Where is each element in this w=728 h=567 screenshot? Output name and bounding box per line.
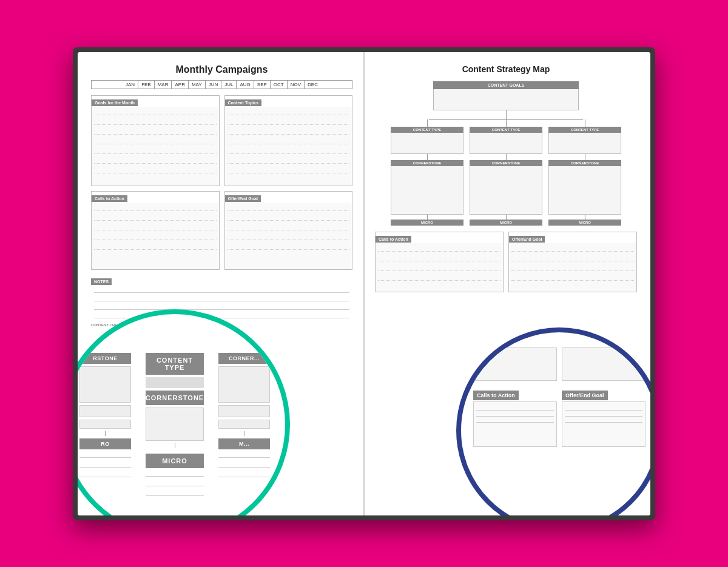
cta-content — [92, 203, 219, 269]
goals-section: Goals for the Month — [91, 95, 220, 186]
content-type-3: CONTENT TYPE — [548, 127, 621, 133]
notes-line-2 — [94, 295, 349, 301]
right-cta-label: Calls to Action — [376, 236, 411, 243]
content-type-1: CONTENT TYPE — [391, 127, 463, 133]
month-jan[interactable]: JAN — [123, 81, 138, 89]
notes-label: NOTES — [91, 278, 112, 285]
cta-label: Calls to Action — [92, 195, 127, 202]
book-inner: Monthly Campaigns JAN FEB MAR APR MAY JU… — [78, 52, 650, 515]
goals-line-5 — [94, 148, 217, 154]
cornerstone-3-content — [548, 166, 621, 215]
goals-line-6 — [94, 158, 217, 164]
strategy-map: CONTENT GOALS CONTENT TYPE CORNERSTONE — [375, 81, 637, 292]
month-jul[interactable]: JUL — [221, 81, 237, 89]
goals-label: Goals for the Month — [92, 99, 138, 106]
topics-line-1 — [228, 109, 350, 115]
offer-line-5 — [228, 244, 350, 250]
cornerstone-2-content — [470, 166, 542, 215]
blue-offer-label: Offer/End Goal — [562, 391, 608, 400]
content-type-3-content — [548, 133, 621, 154]
zoom-content-type-content — [146, 377, 204, 388]
micro-2: MICRO — [470, 220, 542, 226]
topics-line-3 — [228, 129, 350, 135]
cta-line-3 — [94, 224, 217, 230]
month-tabs: JAN FEB MAR APR MAY JUN JUL AUG SEP OCT … — [91, 80, 352, 89]
content-type-1-content — [391, 133, 463, 154]
offer-section: Offer/End Goal — [224, 191, 353, 270]
blue-cta-label: Calls to Action — [473, 391, 519, 400]
zoom-cornerstone: CORNERSTONE — [146, 391, 204, 405]
cornerstone-1-content — [391, 166, 463, 215]
goals-line-1 — [94, 109, 217, 115]
right-cta-content — [376, 243, 503, 292]
month-nov[interactable]: NOV — [288, 81, 305, 89]
content-goals-content — [433, 89, 579, 110]
right-offer-content — [509, 243, 636, 292]
topics-line-2 — [228, 119, 350, 125]
offer-label: Offer/End Goal — [225, 195, 261, 202]
month-mar[interactable]: MAR — [155, 81, 172, 89]
month-oct[interactable]: OCT — [271, 81, 288, 89]
cta-line-2 — [94, 215, 217, 221]
notes-section: NOTES — [91, 275, 352, 318]
col-3: CONTENT TYPE CORNERSTONE MICRO — [548, 119, 621, 226]
month-feb[interactable]: FEB — [138, 81, 155, 89]
content-type-2: CONTENT TYPE — [470, 127, 542, 133]
micro-3: MICRO — [548, 220, 621, 226]
goals-line-4 — [94, 138, 217, 144]
book-container: Monthly Campaigns JAN FEB MAR APR MAY JU… — [73, 47, 655, 520]
zoom-micro-right: M... — [218, 438, 271, 449]
month-dec[interactable]: DEC — [305, 81, 321, 89]
topics-line-7 — [228, 167, 350, 173]
right-cta-section: Calls to Action — [375, 232, 504, 292]
offer-content — [225, 203, 352, 269]
topics-content — [225, 107, 352, 186]
left-page-title: Monthly Campaigns — [91, 64, 352, 75]
cta-line-1 — [94, 205, 217, 211]
zoom-cornerstone-content — [146, 408, 204, 441]
zoom-micro: MICRO — [146, 454, 204, 468]
right-title-bold: Map — [533, 64, 550, 74]
goals-line-7 — [94, 167, 217, 173]
offer-line-3 — [228, 224, 350, 230]
month-aug[interactable]: AUG — [237, 81, 254, 89]
bottom-sections: Calls to Action Offer/End Goal — [91, 191, 352, 270]
month-jun[interactable]: JUN — [206, 81, 222, 89]
goals-line-3 — [94, 129, 217, 135]
zoom-green-content: RSTONE RO CONTENT T — [78, 314, 285, 515]
topics-line-6 — [228, 158, 350, 164]
zoom-micro-left: RO — [79, 438, 132, 449]
topics-line-5 — [228, 148, 350, 154]
cornerstone-2: CORNERSTONE — [470, 160, 542, 166]
col-2: CONTENT TYPE CORNERSTONE MICRO — [470, 119, 542, 226]
right-offer-section: Offer/End Goal — [508, 232, 637, 292]
month-may[interactable]: MAY — [189, 81, 206, 89]
notes-lines — [91, 287, 352, 318]
cta-section: Calls to Action — [91, 191, 220, 270]
col-1: CONTENT TYPE CORNERSTONE MICRO — [391, 119, 463, 226]
month-sep[interactable]: SEP — [254, 81, 271, 89]
blue-cta-content — [473, 401, 557, 447]
blue-cta-section: Calls to Action — [473, 389, 557, 447]
offer-line-1 — [228, 205, 350, 211]
right-bottom-cols: Calls to Action Offer/End Goal — [375, 232, 637, 292]
notes-line-1 — [94, 287, 349, 293]
content-goals-box: CONTENT GOALS — [433, 81, 579, 89]
cta-line-5 — [94, 244, 217, 250]
blue-offer-content — [562, 401, 645, 447]
connector-v-1 — [506, 110, 507, 119]
right-page-bottom: Calls to Action Offer/End Goal — [375, 232, 637, 292]
content-type-2-content — [470, 133, 542, 154]
goals-content — [92, 107, 219, 186]
right-offer-label: Offer/End Goal — [509, 236, 545, 243]
three-columns: CONTENT TYPE CORNERSTONE MICRO CONTENT T… — [391, 119, 621, 226]
cornerstone-3: CORNERSTONE — [548, 160, 621, 166]
micro-1: MICRO — [391, 220, 463, 226]
offer-line-2 — [228, 215, 350, 221]
cornerstone-1: CORNERSTONE — [391, 160, 463, 166]
month-apr[interactable]: APR — [172, 81, 188, 89]
cta-line-4 — [94, 234, 217, 240]
offer-line-4 — [228, 234, 350, 240]
blue-offer-section: Offer/End Goal — [562, 389, 645, 447]
topics-label: Content Topics — [225, 99, 261, 106]
